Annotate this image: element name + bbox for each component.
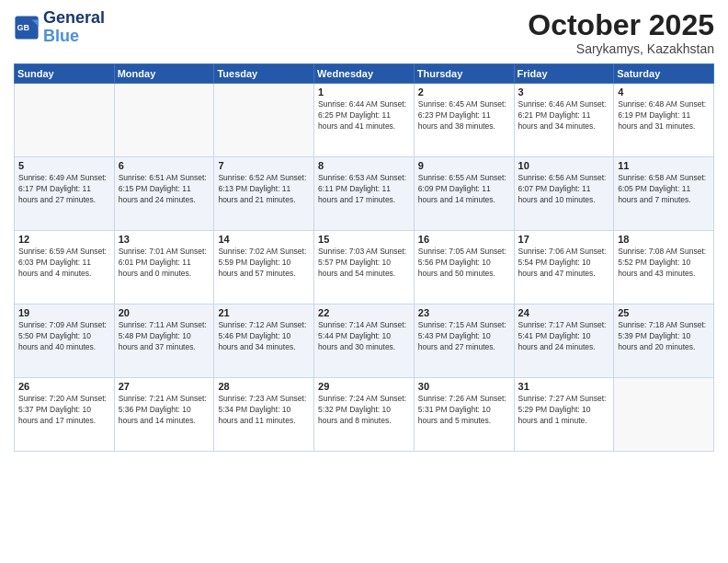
day-info: Sunrise: 7:06 AM Sunset: 5:54 PM Dayligh… bbox=[518, 247, 610, 280]
logo: GB GeneralBlue bbox=[14, 9, 105, 46]
day-number: 6 bbox=[119, 160, 210, 171]
calendar-cell: 20Sunrise: 7:11 AM Sunset: 5:48 PM Dayli… bbox=[114, 304, 214, 378]
col-thursday: Thursday bbox=[414, 64, 514, 84]
day-info: Sunrise: 7:08 AM Sunset: 5:52 PM Dayligh… bbox=[618, 247, 710, 280]
calendar-cell: 10Sunrise: 6:56 AM Sunset: 6:07 PM Dayli… bbox=[514, 157, 614, 231]
day-info: Sunrise: 6:48 AM Sunset: 6:19 PM Dayligh… bbox=[618, 99, 710, 132]
calendar-cell bbox=[214, 84, 314, 157]
col-friday: Friday bbox=[514, 64, 614, 84]
day-info: Sunrise: 7:12 AM Sunset: 5:46 PM Dayligh… bbox=[218, 320, 310, 353]
calendar-cell: 8Sunrise: 6:53 AM Sunset: 6:11 PM Daylig… bbox=[314, 157, 415, 231]
col-sunday: Sunday bbox=[15, 64, 115, 84]
calendar-cell: 26Sunrise: 7:20 AM Sunset: 5:37 PM Dayli… bbox=[15, 378, 115, 452]
calendar-cell: 27Sunrise: 7:21 AM Sunset: 5:36 PM Dayli… bbox=[114, 378, 214, 452]
day-number: 21 bbox=[218, 307, 310, 318]
day-number: 12 bbox=[18, 234, 110, 245]
day-info: Sunrise: 6:45 AM Sunset: 6:23 PM Dayligh… bbox=[418, 99, 510, 132]
calendar-cell: 31Sunrise: 7:27 AM Sunset: 5:29 PM Dayli… bbox=[514, 378, 614, 452]
day-info: Sunrise: 7:05 AM Sunset: 5:56 PM Dayligh… bbox=[418, 247, 510, 280]
day-info: Sunrise: 6:53 AM Sunset: 6:11 PM Dayligh… bbox=[318, 173, 410, 206]
calendar-cell: 13Sunrise: 7:01 AM Sunset: 6:01 PM Dayli… bbox=[114, 231, 214, 304]
calendar-cell: 3Sunrise: 6:46 AM Sunset: 6:21 PM Daylig… bbox=[514, 84, 614, 157]
day-info: Sunrise: 6:52 AM Sunset: 6:13 PM Dayligh… bbox=[218, 173, 310, 206]
day-number: 4 bbox=[618, 86, 710, 98]
day-number: 19 bbox=[18, 307, 110, 318]
header: GB GeneralBlue October 2025 Sarykamys, K… bbox=[14, 9, 714, 56]
day-number: 26 bbox=[18, 381, 110, 392]
day-info: Sunrise: 7:27 AM Sunset: 5:29 PM Dayligh… bbox=[518, 394, 610, 427]
day-info: Sunrise: 7:23 AM Sunset: 5:34 PM Dayligh… bbox=[218, 394, 310, 427]
calendar-cell: 15Sunrise: 7:03 AM Sunset: 5:57 PM Dayli… bbox=[314, 231, 415, 304]
day-info: Sunrise: 7:09 AM Sunset: 5:50 PM Dayligh… bbox=[18, 320, 110, 353]
day-number: 2 bbox=[418, 86, 510, 98]
day-number: 23 bbox=[418, 307, 510, 318]
day-info: Sunrise: 7:20 AM Sunset: 5:37 PM Dayligh… bbox=[18, 394, 110, 427]
day-number: 16 bbox=[418, 234, 510, 245]
day-info: Sunrise: 6:51 AM Sunset: 6:15 PM Dayligh… bbox=[119, 173, 210, 206]
day-number: 1 bbox=[318, 86, 410, 98]
day-number: 18 bbox=[618, 234, 710, 245]
day-info: Sunrise: 7:15 AM Sunset: 5:43 PM Dayligh… bbox=[418, 320, 510, 353]
day-number: 28 bbox=[218, 381, 310, 392]
title-block: October 2025 Sarykamys, Kazakhstan bbox=[528, 9, 714, 56]
calendar-week-4: 19Sunrise: 7:09 AM Sunset: 5:50 PM Dayli… bbox=[15, 304, 714, 378]
day-number: 9 bbox=[418, 160, 510, 171]
calendar-cell: 30Sunrise: 7:26 AM Sunset: 5:31 PM Dayli… bbox=[414, 378, 514, 452]
calendar-cell: 11Sunrise: 6:58 AM Sunset: 6:05 PM Dayli… bbox=[614, 157, 714, 231]
day-info: Sunrise: 7:18 AM Sunset: 5:39 PM Dayligh… bbox=[618, 320, 710, 353]
day-number: 22 bbox=[318, 307, 410, 318]
day-number: 14 bbox=[218, 234, 310, 245]
day-info: Sunrise: 7:01 AM Sunset: 6:01 PM Dayligh… bbox=[119, 247, 210, 280]
calendar-cell: 5Sunrise: 6:49 AM Sunset: 6:17 PM Daylig… bbox=[15, 157, 115, 231]
day-number: 13 bbox=[119, 234, 210, 245]
calendar-cell bbox=[15, 84, 115, 157]
svg-text:GB: GB bbox=[17, 23, 30, 32]
page: GB GeneralBlue October 2025 Sarykamys, K… bbox=[0, 0, 728, 563]
day-info: Sunrise: 7:26 AM Sunset: 5:31 PM Dayligh… bbox=[418, 394, 510, 427]
calendar-cell: 12Sunrise: 6:59 AM Sunset: 6:03 PM Dayli… bbox=[15, 231, 115, 304]
day-info: Sunrise: 7:24 AM Sunset: 5:32 PM Dayligh… bbox=[318, 394, 410, 427]
calendar-header-row: Sunday Monday Tuesday Wednesday Thursday… bbox=[15, 64, 714, 84]
day-info: Sunrise: 7:14 AM Sunset: 5:44 PM Dayligh… bbox=[318, 320, 410, 353]
day-info: Sunrise: 6:56 AM Sunset: 6:07 PM Dayligh… bbox=[518, 173, 610, 206]
calendar-cell: 17Sunrise: 7:06 AM Sunset: 5:54 PM Dayli… bbox=[514, 231, 614, 304]
day-number: 24 bbox=[518, 307, 610, 318]
day-number: 5 bbox=[18, 160, 110, 171]
day-number: 25 bbox=[618, 307, 710, 318]
subtitle: Sarykamys, Kazakhstan bbox=[528, 41, 714, 56]
day-info: Sunrise: 6:58 AM Sunset: 6:05 PM Dayligh… bbox=[618, 173, 710, 206]
calendar-cell: 7Sunrise: 6:52 AM Sunset: 6:13 PM Daylig… bbox=[214, 157, 314, 231]
calendar-cell: 29Sunrise: 7:24 AM Sunset: 5:32 PM Dayli… bbox=[314, 378, 415, 452]
col-tuesday: Tuesday bbox=[214, 64, 314, 84]
day-number: 7 bbox=[218, 160, 310, 171]
calendar-cell: 14Sunrise: 7:02 AM Sunset: 5:59 PM Dayli… bbox=[214, 231, 314, 304]
calendar-cell: 21Sunrise: 7:12 AM Sunset: 5:46 PM Dayli… bbox=[214, 304, 314, 378]
col-saturday: Saturday bbox=[614, 64, 714, 84]
day-number: 8 bbox=[318, 160, 410, 171]
calendar-cell: 6Sunrise: 6:51 AM Sunset: 6:15 PM Daylig… bbox=[114, 157, 214, 231]
day-number: 30 bbox=[418, 381, 510, 392]
calendar-cell: 23Sunrise: 7:15 AM Sunset: 5:43 PM Dayli… bbox=[414, 304, 514, 378]
calendar-cell bbox=[114, 84, 214, 157]
day-number: 20 bbox=[119, 307, 210, 318]
calendar-cell: 24Sunrise: 7:17 AM Sunset: 5:41 PM Dayli… bbox=[514, 304, 614, 378]
calendar-cell: 18Sunrise: 7:08 AM Sunset: 5:52 PM Dayli… bbox=[614, 231, 714, 304]
day-number: 17 bbox=[518, 234, 610, 245]
calendar-cell bbox=[614, 378, 714, 452]
calendar-cell: 4Sunrise: 6:48 AM Sunset: 6:19 PM Daylig… bbox=[614, 84, 714, 157]
calendar-week-2: 5Sunrise: 6:49 AM Sunset: 6:17 PM Daylig… bbox=[15, 157, 714, 231]
day-info: Sunrise: 6:44 AM Sunset: 6:25 PM Dayligh… bbox=[318, 99, 410, 132]
calendar-cell: 1Sunrise: 6:44 AM Sunset: 6:25 PM Daylig… bbox=[314, 84, 415, 157]
day-number: 31 bbox=[518, 381, 610, 392]
day-number: 10 bbox=[518, 160, 610, 171]
day-number: 29 bbox=[318, 381, 410, 392]
day-number: 11 bbox=[618, 160, 710, 171]
calendar-cell: 19Sunrise: 7:09 AM Sunset: 5:50 PM Dayli… bbox=[15, 304, 115, 378]
logo-icon: GB bbox=[14, 15, 40, 40]
day-info: Sunrise: 6:59 AM Sunset: 6:03 PM Dayligh… bbox=[18, 247, 110, 280]
calendar-week-1: 1Sunrise: 6:44 AM Sunset: 6:25 PM Daylig… bbox=[15, 84, 714, 157]
month-title: October 2025 bbox=[528, 9, 714, 41]
calendar: Sunday Monday Tuesday Wednesday Thursday… bbox=[14, 63, 714, 452]
day-info: Sunrise: 7:02 AM Sunset: 5:59 PM Dayligh… bbox=[218, 247, 310, 280]
day-info: Sunrise: 7:21 AM Sunset: 5:36 PM Dayligh… bbox=[119, 394, 210, 427]
